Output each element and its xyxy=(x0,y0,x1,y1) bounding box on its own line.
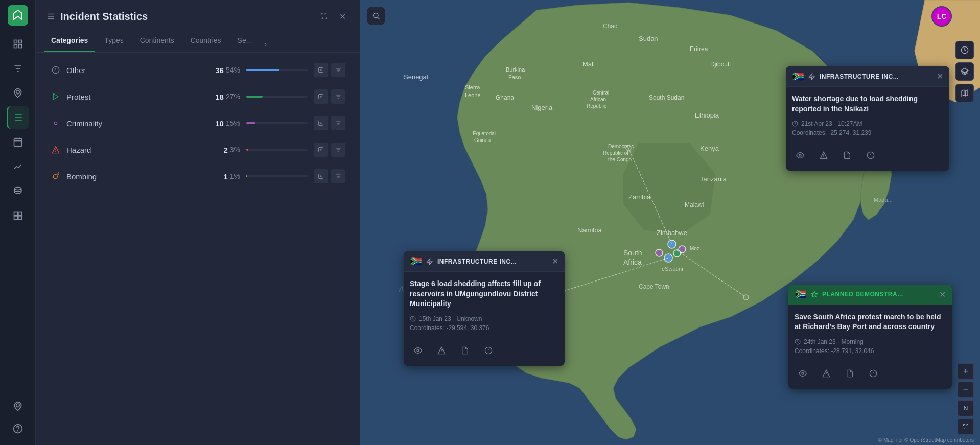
svg-marker-36 xyxy=(53,93,58,100)
sidebar-icon-stats[interactable] xyxy=(7,106,29,129)
popup2-type-label: INFRASTRUCTURE INC... xyxy=(437,258,548,265)
map-type-button[interactable] xyxy=(955,84,974,102)
sidebar-icon-grid[interactable] xyxy=(7,204,29,227)
zoom-in-button[interactable]: + xyxy=(958,363,974,380)
bombing-pct: 1% xyxy=(230,172,240,180)
svg-text:Moz...: Moz... xyxy=(690,246,704,251)
map-background: Arabian Sea Indian Ocean South Atlantic … xyxy=(360,0,980,445)
popup1-close-button[interactable]: ✕ xyxy=(937,72,943,81)
svg-rect-19 xyxy=(14,216,17,220)
hazard-sort-btn[interactable] xyxy=(331,143,345,157)
popup3-coords: Coordinates: -28.791, 32.046 xyxy=(795,347,946,355)
layers-toggle-button[interactable] xyxy=(955,62,974,81)
criminality-sort-btn[interactable] xyxy=(331,116,345,130)
sidebar-icon-trends[interactable] xyxy=(7,155,29,178)
svg-text:South Sudan: South Sudan xyxy=(649,94,684,101)
popup2-view-btn[interactable] xyxy=(410,342,426,359)
svg-rect-2 xyxy=(18,40,21,43)
svg-text:Faso: Faso xyxy=(508,74,521,80)
popup1-info-btn[interactable] xyxy=(815,147,832,163)
category-row-bombing[interactable]: Bombing 1 1% xyxy=(44,164,352,189)
svg-text:eSwatini: eSwatini xyxy=(662,266,683,272)
map-search-button[interactable] xyxy=(367,7,385,25)
close-panel-button[interactable]: ✕ xyxy=(335,9,349,24)
popup2-close-button[interactable]: ✕ xyxy=(552,256,558,266)
hazard-add-btn[interactable] xyxy=(314,143,328,157)
bombing-count: 1 xyxy=(223,172,227,181)
sidebar-icon-calendar[interactable] xyxy=(7,131,29,153)
popup1-alert-btn[interactable] xyxy=(862,147,879,163)
tabs-next-arrow[interactable]: › xyxy=(261,36,270,52)
protest-icon xyxy=(50,91,61,102)
popup1-date: 21st Apr 23 - 10:27AM xyxy=(792,120,943,127)
other-sort-btn[interactable] xyxy=(331,63,345,77)
protest-add-btn[interactable] xyxy=(314,89,328,104)
other-add-btn[interactable] xyxy=(314,63,328,77)
popup1-coords: Coordinates: -25.274, 31.239 xyxy=(792,129,943,136)
expand-button[interactable] xyxy=(317,9,331,24)
svg-line-120 xyxy=(378,17,380,19)
sidebar-icon-filter[interactable] xyxy=(7,57,29,80)
svg-text:Equatorial: Equatorial xyxy=(473,131,496,136)
map-right-controls xyxy=(955,41,974,102)
tab-sectors[interactable]: Se... xyxy=(230,30,260,52)
popup3-info-btn[interactable] xyxy=(818,365,834,382)
criminality-add-btn[interactable] xyxy=(314,116,328,130)
sidebar-icon-location[interactable] xyxy=(7,82,29,104)
bombing-add-btn[interactable] xyxy=(314,169,328,183)
north-indicator[interactable]: N xyxy=(958,400,974,416)
popup3-close-button[interactable]: ✕ xyxy=(939,290,946,299)
popup1-view-btn[interactable] xyxy=(792,147,808,163)
tab-continents[interactable]: Continents xyxy=(133,30,181,52)
popup2-alert-btn[interactable] xyxy=(480,342,497,359)
tab-types[interactable]: Types xyxy=(97,30,130,52)
clock-button[interactable] xyxy=(955,41,974,59)
popup1-report-btn[interactable] xyxy=(839,147,855,163)
user-avatar[interactable]: LC xyxy=(931,6,952,27)
svg-text:Namibia: Namibia xyxy=(577,226,602,234)
zoom-out-button[interactable]: − xyxy=(958,382,974,398)
popup3-view-btn[interactable] xyxy=(795,365,811,382)
popup1-type-label: INFRASTRUCTURE INC... xyxy=(820,73,932,80)
sidebar-icon-pin[interactable] xyxy=(7,395,29,417)
svg-marker-142 xyxy=(811,291,818,297)
popup2-clock-icon xyxy=(410,316,416,322)
svg-point-119 xyxy=(374,13,378,18)
popup3-alert-btn[interactable] xyxy=(865,365,881,382)
bombing-sort-btn[interactable] xyxy=(331,169,345,183)
popup3-report-btn[interactable] xyxy=(842,365,858,382)
sidebar-icon-stack[interactable] xyxy=(7,180,29,202)
menu-dots-button[interactable]: ⋮ xyxy=(964,8,974,20)
tabs-bar: Categories Types Continents Countries Se… xyxy=(36,30,360,53)
header-actions: ✕ xyxy=(317,9,349,24)
tab-countries[interactable]: Countries xyxy=(183,30,228,52)
svg-point-52 xyxy=(56,151,56,152)
protest-sort-btn[interactable] xyxy=(331,89,345,104)
popup2-header: 🇿🇦 INFRASTRUCTURE INC... ✕ xyxy=(404,251,565,272)
category-row-other[interactable]: Other 36 54% xyxy=(44,58,352,82)
other-icon xyxy=(50,64,61,76)
category-row-hazard[interactable]: Hazard 2 3% xyxy=(44,137,352,162)
svg-text:the Congo: the Congo xyxy=(608,157,632,162)
popup3-actions xyxy=(795,361,946,384)
svg-text:Mada...: Mada... xyxy=(874,197,893,203)
popup2-report-btn[interactable] xyxy=(457,342,473,359)
popup2-type-icon xyxy=(426,258,433,265)
fullscreen-button[interactable] xyxy=(958,418,974,435)
popup-infrastructure-1: 🇿🇦 INFRASTRUCTURE INC... ✕ Water shortag… xyxy=(786,66,949,171)
svg-point-8 xyxy=(16,90,19,94)
svg-text:Sierra: Sierra xyxy=(465,84,480,90)
zoom-controls: + − N xyxy=(958,363,974,435)
svg-text:South: South xyxy=(623,249,642,257)
map-area[interactable]: Arabian Sea Indian Ocean South Atlantic … xyxy=(360,0,980,445)
other-name: Other xyxy=(66,66,215,75)
sidebar-icon-help[interactable] xyxy=(7,417,29,440)
panel-title: Incident Statistics xyxy=(60,11,148,22)
svg-point-59 xyxy=(53,175,57,179)
svg-text:Kenya: Kenya xyxy=(700,145,719,152)
sidebar-icon-layers[interactable] xyxy=(7,33,29,55)
tab-categories[interactable]: Categories xyxy=(44,30,95,52)
category-row-protest[interactable]: Protest 18 27% xyxy=(44,84,352,109)
popup2-info-btn[interactable] xyxy=(433,342,450,359)
category-row-criminality[interactable]: Criminality 10 15% xyxy=(44,111,352,135)
